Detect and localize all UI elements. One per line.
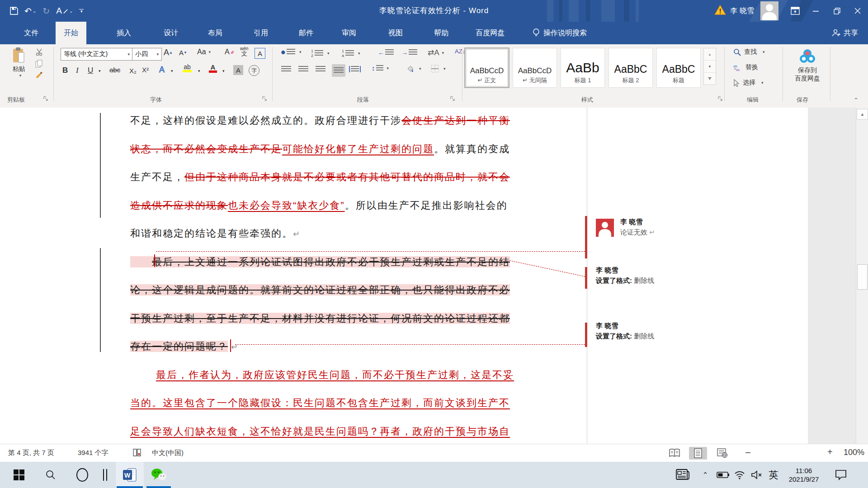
shading-button[interactable]: ▾ bbox=[406, 64, 421, 73]
change-case-button[interactable]: Aa▾ bbox=[197, 48, 211, 56]
strikethrough-button[interactable]: abc bbox=[109, 66, 120, 74]
taskbar-search-icon[interactable] bbox=[40, 462, 61, 488]
doc-line-6[interactable]: 最后，上文通过一系列论证试图得出政府不必干预生产过剩或生产不足的结 bbox=[130, 255, 510, 269]
zoom-out-button[interactable]: − bbox=[745, 447, 751, 459]
asian-layout-button[interactable]: ⇄A▾ bbox=[428, 48, 444, 57]
read-mode-icon[interactable] bbox=[665, 447, 684, 460]
tab-帮助[interactable]: 帮助 bbox=[426, 22, 457, 44]
styles-scroll-down-icon[interactable]: ▼ bbox=[704, 61, 716, 73]
cut-icon[interactable] bbox=[35, 48, 43, 56]
decrease-indent-button[interactable]: ← bbox=[378, 49, 394, 56]
tab-设计[interactable]: 设计 bbox=[156, 22, 186, 44]
tab-百度网盘[interactable]: 百度网盘 bbox=[467, 22, 513, 44]
avatar[interactable] bbox=[760, 1, 778, 20]
comment-card-2[interactable]: 李 晓雪设置了格式: 删除线 bbox=[596, 266, 804, 285]
styles-scroll-up-icon[interactable]: ▲ bbox=[704, 48, 716, 61]
find-button[interactable]: 查找▾ bbox=[733, 48, 765, 56]
tray-expand-icon[interactable]: ⌃ bbox=[697, 462, 713, 488]
print-layout-icon[interactable] bbox=[689, 447, 707, 460]
style-card-4[interactable]: AaBbC标题 2 bbox=[609, 48, 653, 88]
volume-muted-icon[interactable] bbox=[748, 462, 766, 488]
enclose-characters-button[interactable]: 字 bbox=[249, 65, 259, 76]
restore-button[interactable] bbox=[826, 0, 847, 22]
share-button[interactable]: 共享 bbox=[831, 22, 858, 44]
doc-line-3[interactable]: 生产不足，但由于这种商品本身就是不必要或者有其他可替代的商品时，就不会 bbox=[130, 170, 510, 184]
tell-me-search[interactable]: 操作说明搜索 bbox=[533, 22, 587, 44]
style-card-1[interactable]: AaBbCcD↵ 正文 bbox=[465, 48, 509, 88]
highlight-button[interactable]: ab bbox=[183, 64, 192, 72]
styles-scrollbar[interactable]: ▲ ▼ ▼ bbox=[703, 48, 716, 85]
doc-line-5[interactable]: 和谐和稳定的结论是有些牵强的。↵ bbox=[130, 227, 301, 241]
doc-line-10[interactable]: 最后，作者认为，政府应该管好民生问题，而不必干预生产过剩，这是不妥 bbox=[156, 368, 514, 382]
superscript-button[interactable]: X² bbox=[142, 66, 149, 74]
subscript-button[interactable]: X₂ bbox=[129, 67, 137, 75]
doc-line-1[interactable]: 不足，这样的假设是难以必然成立的。政府合理进行干涉会使生产达到一种平衡 bbox=[130, 114, 510, 127]
tab-引用[interactable]: 引用 bbox=[245, 22, 276, 44]
underline-caret-icon[interactable]: ▾ bbox=[99, 69, 101, 73]
select-button[interactable]: 选择▾ bbox=[733, 79, 764, 87]
font-dialog-launcher-icon[interactable] bbox=[262, 96, 269, 102]
font-name-combo[interactable]: 等线 (中文正文)▾ bbox=[61, 48, 133, 61]
doc-line-11[interactable]: 当的。这里包含了一个隐藏假设：民生问题不包含生产过剩，而前文谈到生产不 bbox=[130, 396, 510, 410]
word-count[interactable]: 3941 个字 bbox=[78, 449, 108, 457]
font-color-button[interactable]: A bbox=[209, 64, 217, 73]
font-size-combo[interactable]: 小四▾ bbox=[132, 48, 162, 61]
proofing-status-icon[interactable] bbox=[132, 448, 142, 459]
doc-line-12[interactable]: 足会导致人们缺衣短食，这不恰好就是民生问题吗？再者，政府的干预与市场自 bbox=[130, 425, 510, 438]
collapse-ribbon-icon[interactable]: ⌃ bbox=[854, 97, 859, 103]
doc-line-9[interactable]: 存在一定的问题呢？ ↵ bbox=[130, 340, 239, 354]
close-button[interactable] bbox=[847, 0, 868, 22]
styles-more-icon[interactable]: ▼ bbox=[704, 73, 716, 84]
doc-line-8[interactable]: 干预生产过剩，至于生产不足，材料并没有进行论证，何况前文的论证过程还都 bbox=[130, 312, 510, 325]
sort-button[interactable]: AZ↓ bbox=[455, 48, 465, 55]
align-right-button[interactable] bbox=[316, 66, 326, 72]
styles-dialog-launcher-icon[interactable] bbox=[718, 96, 724, 102]
paragraph-dialog-launcher-icon[interactable] bbox=[450, 96, 457, 102]
tab-布局[interactable]: 布局 bbox=[200, 22, 231, 44]
justify-button[interactable] bbox=[332, 64, 345, 77]
tab-文件[interactable]: 文件 bbox=[16, 22, 47, 44]
zoom-in-button[interactable]: + bbox=[827, 447, 833, 457]
style-card-5[interactable]: AaBbC标题 bbox=[656, 48, 701, 88]
multilevel-list-button[interactable]: 1a▾ bbox=[342, 49, 360, 58]
save-to-baidu-netdisk-button[interactable]: 保存到 百度网盘 bbox=[787, 47, 828, 83]
comment-card-3[interactable]: 李 晓雪设置了格式: 删除线 bbox=[596, 322, 804, 341]
tab-邮件[interactable]: 邮件 bbox=[291, 22, 321, 44]
web-layout-icon[interactable] bbox=[713, 447, 731, 460]
wifi-icon[interactable] bbox=[731, 462, 748, 488]
align-center-button[interactable] bbox=[298, 66, 308, 72]
clipboard-dialog-launcher-icon[interactable] bbox=[43, 96, 50, 102]
doc-line-2[interactable]: 状态，而不必然会变成生产不足可能恰好化解了生产过剩的问题。就算真的变成 bbox=[130, 142, 510, 156]
minimize-button[interactable] bbox=[806, 0, 826, 22]
underline-button[interactable]: U bbox=[88, 66, 93, 75]
copy-icon[interactable] bbox=[35, 60, 43, 68]
numbering-button[interactable]: 12▾ bbox=[311, 49, 330, 58]
grow-font-button[interactable]: A▲ bbox=[164, 48, 173, 57]
paste-button[interactable]: 粘贴 ▾ bbox=[7, 47, 31, 78]
text-effects-caret-icon[interactable]: ▾ bbox=[171, 69, 173, 73]
tab-审阅[interactable]: 审阅 bbox=[334, 22, 364, 44]
bold-button[interactable]: B bbox=[62, 66, 68, 75]
text-effects-button[interactable]: A bbox=[159, 65, 165, 75]
tab-插入[interactable]: 插入 bbox=[108, 22, 139, 44]
vertical-scrollbar-thumb[interactable] bbox=[857, 264, 868, 290]
action-center-icon[interactable] bbox=[829, 462, 853, 488]
character-border-button[interactable]: A bbox=[255, 48, 265, 59]
format-painter-icon[interactable] bbox=[34, 70, 43, 80]
battery-icon[interactable] bbox=[714, 462, 731, 488]
document-canvas[interactable]: 不足，这样的假设是难以必然成立的。政府合理进行干涉会使生产达到一种平衡状态，而不… bbox=[0, 108, 868, 444]
borders-button[interactable]: ▾ bbox=[430, 64, 446, 73]
highlight-caret-icon[interactable]: ▾ bbox=[198, 69, 200, 73]
italic-button[interactable]: I bbox=[76, 66, 79, 75]
character-shading-button[interactable]: A bbox=[233, 65, 243, 75]
comment-card-1[interactable]: 李 晓雪论证无效 ↵ bbox=[620, 218, 828, 237]
font-color-caret-icon[interactable]: ▾ bbox=[222, 69, 225, 73]
clock[interactable]: 11:06 2021/9/27 bbox=[781, 462, 826, 488]
doc-line-7[interactable]: 论，这个逻辑是成问题的。就算前文的论证过程全部正确，也只能得出政府不必 bbox=[130, 283, 510, 297]
warning-icon[interactable] bbox=[714, 5, 726, 17]
scroll-up-arrow-icon[interactable]: ▲ bbox=[857, 109, 868, 120]
style-card-3[interactable]: AaBb标题 1 bbox=[561, 48, 605, 88]
increase-indent-button[interactable]: → bbox=[401, 49, 417, 56]
doc-line-4[interactable]: 造成供不应求的现象也未必会导致“缺衣少食”。所以由生产不足推出影响社会的 bbox=[130, 199, 508, 212]
shrink-font-button[interactable]: A▼ bbox=[179, 49, 187, 56]
